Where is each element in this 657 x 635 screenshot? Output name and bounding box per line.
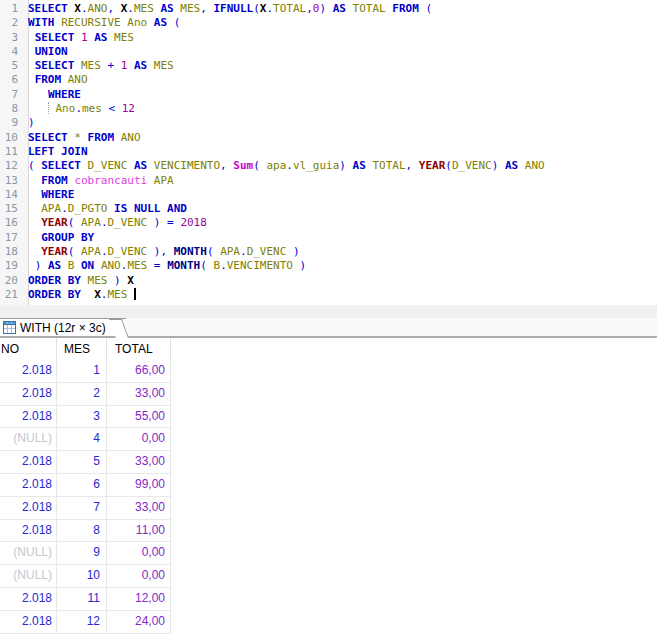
code-line-7[interactable]: 7 WHERE <box>0 88 657 102</box>
result-tab-label: WITH (12r × 3c) <box>20 321 106 335</box>
table-row[interactable]: 2.018166,00 <box>0 360 171 383</box>
table-cell[interactable]: 6 <box>57 474 107 496</box>
sql-editor[interactable]: 1SELECT X.ANO, X.MES AS MES, IFNULL(X.TO… <box>0 0 657 305</box>
table-row[interactable]: 2.018233,00 <box>0 383 171 406</box>
table-cell[interactable]: 2.018 <box>0 611 57 633</box>
table-cell[interactable]: 2.018 <box>0 520 57 542</box>
table-cell[interactable]: 24,00 <box>107 611 171 633</box>
table-row[interactable]: 2.0181224,00 <box>0 611 171 634</box>
code-line-1[interactable]: 1SELECT X.ANO, X.MES AS MES, IFNULL(X.TO… <box>0 2 657 16</box>
table-cell[interactable]: (NULL) <box>0 428 57 450</box>
code-line-5[interactable]: 5 SELECT MES + 1 AS MES <box>0 59 657 73</box>
table-row[interactable]: 2.018699,00 <box>0 474 171 497</box>
code-text: LEFT JOIN <box>24 145 88 159</box>
code-line-13[interactable]: 13 FROM cobrancauti APA <box>0 174 657 188</box>
table-cell[interactable]: 1 <box>57 360 107 382</box>
table-cell[interactable]: 8 <box>57 520 107 542</box>
table-cell[interactable]: 2 <box>57 383 107 405</box>
table-cell[interactable]: 66,00 <box>107 360 171 382</box>
code-line-19[interactable]: 19 ) AS B ON ANO.MES = MONTH( B.VENCIMEN… <box>0 259 657 273</box>
table-row[interactable]: (NULL)90,00 <box>0 542 171 565</box>
column-header-no[interactable]: NO <box>0 338 57 360</box>
table-cell[interactable]: 2.018 <box>0 406 57 428</box>
table-cell[interactable]: 7 <box>57 497 107 519</box>
code-line-6[interactable]: 6 FROM ANO <box>0 73 657 87</box>
sql-client-window: 1SELECT X.ANO, X.MES AS MES, IFNULL(X.TO… <box>0 0 657 635</box>
table-cell[interactable]: 2.018 <box>0 451 57 473</box>
code-text: WHERE <box>24 188 74 202</box>
table-cell[interactable]: 55,00 <box>107 406 171 428</box>
table-cell[interactable]: 2.018 <box>0 360 57 382</box>
table-cell[interactable]: 3 <box>57 406 107 428</box>
table-cell[interactable]: 11 <box>57 588 107 610</box>
table-cell[interactable]: 4 <box>57 428 107 450</box>
column-header-total[interactable]: TOTAL <box>107 338 171 360</box>
table-cell[interactable]: 2.018 <box>0 474 57 496</box>
code-text: SELECT * FROM ANO <box>24 131 141 145</box>
line-number: 14 <box>0 188 24 202</box>
line-number: 20 <box>0 274 24 288</box>
line-number: 15 <box>0 202 24 216</box>
code-line-11[interactable]: 11LEFT JOIN <box>0 145 657 159</box>
code-text: SELECT MES + 1 AS MES <box>24 59 174 73</box>
line-number: 7 <box>0 88 24 102</box>
table-cell[interactable]: 33,00 <box>107 497 171 519</box>
result-tab-bar: WITH (12r × 3c) <box>0 318 657 338</box>
result-tab-with[interactable]: WITH (12r × 3c) <box>0 318 126 336</box>
table-row[interactable]: 2.0181112,00 <box>0 588 171 611</box>
code-line-2[interactable]: 2WITH RECURSIVE Ano AS ( <box>0 16 657 30</box>
table-cell[interactable]: 0,00 <box>107 565 171 587</box>
code-line-21[interactable]: 21ORDER BY X.MES <box>0 288 657 302</box>
line-number: 1 <box>0 2 24 16</box>
line-number: 17 <box>0 231 24 245</box>
code-line-9[interactable]: 9) <box>0 116 657 130</box>
column-header-mes[interactable]: MES <box>57 338 107 360</box>
code-text: ) AS B ON ANO.MES = MONTH( B.VENCIMENTO … <box>24 259 306 273</box>
code-line-12[interactable]: 12( SELECT D_VENC AS VENCIMENTO, Sum( ap… <box>0 159 657 173</box>
code-line-8[interactable]: 8 Ano.mes < 12 <box>0 102 657 116</box>
line-number: 5 <box>0 59 24 73</box>
line-number: 18 <box>0 245 24 259</box>
table-row[interactable]: (NULL)40,00 <box>0 428 171 451</box>
code-line-14[interactable]: 14 WHERE <box>0 188 657 202</box>
code-line-16[interactable]: 16 YEAR( APA.D_VENC ) = 2018 <box>0 216 657 230</box>
table-cell[interactable]: 12 <box>57 611 107 633</box>
table-cell[interactable]: (NULL) <box>0 542 57 564</box>
table-row[interactable]: (NULL)100,00 <box>0 565 171 588</box>
table-cell[interactable]: 10 <box>57 565 107 587</box>
table-row[interactable]: 2.018355,00 <box>0 406 171 429</box>
code-line-4[interactable]: 4 UNION <box>0 45 657 59</box>
code-line-3[interactable]: 3 SELECT 1 AS MES <box>0 31 657 45</box>
table-cell[interactable]: 2.018 <box>0 383 57 405</box>
code-line-15[interactable]: 15 APA.D_PGTO IS NULL AND <box>0 202 657 216</box>
table-cell[interactable]: 33,00 <box>107 383 171 405</box>
table-row[interactable]: 2.018533,00 <box>0 451 171 474</box>
code-text: APA.D_PGTO IS NULL AND <box>24 202 187 216</box>
table-cell[interactable]: 2.018 <box>0 497 57 519</box>
editor-results-splitter[interactable] <box>0 305 657 318</box>
line-number: 3 <box>0 31 24 45</box>
results-grid-header: NOMESTOTAL <box>0 338 657 360</box>
code-line-18[interactable]: 18 YEAR( APA.D_VENC ), MONTH( APA.D_VENC… <box>0 245 657 259</box>
code-text: SELECT X.ANO, X.MES AS MES, IFNULL(X.TOT… <box>24 2 432 16</box>
code-line-20[interactable]: 20ORDER BY MES ) X <box>0 274 657 288</box>
table-cell[interactable]: 9 <box>57 542 107 564</box>
code-line-17[interactable]: 17 GROUP BY <box>0 231 657 245</box>
code-text: GROUP BY <box>24 231 94 245</box>
line-number: 9 <box>0 116 24 130</box>
table-cell[interactable]: 0,00 <box>107 542 171 564</box>
table-cell[interactable]: 5 <box>57 451 107 473</box>
code-text: FROM ANO <box>24 73 88 87</box>
table-cell[interactable]: (NULL) <box>0 565 57 587</box>
table-cell[interactable]: 33,00 <box>107 451 171 473</box>
code-line-10[interactable]: 10SELECT * FROM ANO <box>0 131 657 145</box>
line-number: 2 <box>0 16 24 30</box>
table-cell[interactable]: 2.018 <box>0 588 57 610</box>
table-cell[interactable]: 0,00 <box>107 428 171 450</box>
table-row[interactable]: 2.018811,00 <box>0 520 171 543</box>
code-lines[interactable]: 1SELECT X.ANO, X.MES AS MES, IFNULL(X.TO… <box>0 0 657 302</box>
table-cell[interactable]: 11,00 <box>107 520 171 542</box>
table-row[interactable]: 2.018733,00 <box>0 497 171 520</box>
table-cell[interactable]: 12,00 <box>107 588 171 610</box>
table-cell[interactable]: 99,00 <box>107 474 171 496</box>
